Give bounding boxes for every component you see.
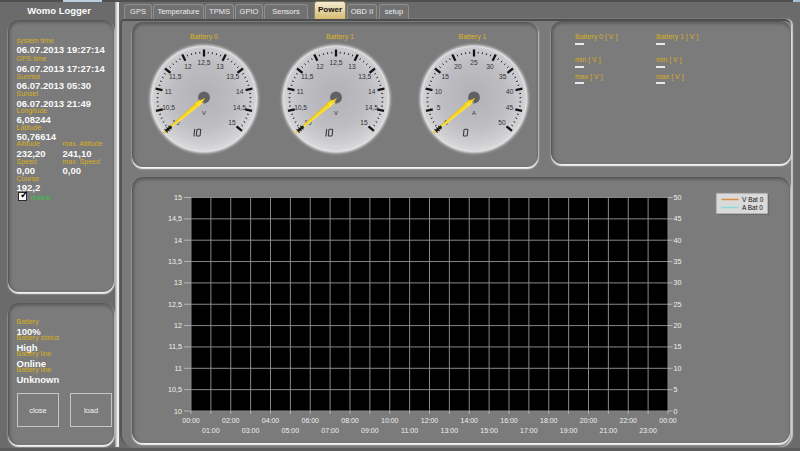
svg-text:02:00: 02:00 [222, 417, 240, 424]
svg-text:50: 50 [674, 193, 682, 202]
svg-text:12,5: 12,5 [198, 59, 211, 66]
svg-text:25: 25 [674, 300, 682, 309]
svg-text:13: 13 [216, 63, 224, 70]
svg-text:14:00: 14:00 [460, 417, 478, 424]
svg-text:05:00: 05:00 [282, 427, 300, 434]
svg-text:15: 15 [174, 193, 182, 202]
svg-text:40: 40 [506, 88, 514, 95]
svg-text:11:00: 11:00 [401, 427, 418, 434]
svg-text:5: 5 [674, 385, 678, 394]
svg-text:11: 11 [165, 88, 172, 95]
svg-text:12,5: 12,5 [330, 59, 343, 66]
svg-text:V: V [334, 110, 338, 116]
svg-text:45: 45 [506, 104, 514, 111]
svg-text:14,5: 14,5 [233, 104, 246, 111]
svg-text:20: 20 [454, 63, 462, 70]
svg-text:12: 12 [316, 63, 324, 70]
svg-text:5: 5 [437, 104, 441, 111]
svg-text:11: 11 [175, 364, 182, 373]
svg-text:10,5: 10,5 [168, 385, 182, 394]
svg-text:14: 14 [236, 88, 244, 95]
svg-text:14: 14 [368, 88, 376, 95]
svg-text:22:00: 22:00 [619, 417, 637, 424]
svg-text:15: 15 [674, 342, 682, 351]
svg-text:35: 35 [499, 73, 507, 80]
svg-text:13: 13 [174, 278, 182, 287]
svg-text:18:00: 18:00 [540, 417, 558, 424]
svg-text:11,5: 11,5 [169, 342, 182, 351]
svg-text:10,5: 10,5 [162, 104, 175, 111]
svg-text:50: 50 [498, 119, 506, 126]
svg-text:14: 14 [174, 236, 182, 245]
svg-text:12,5: 12,5 [168, 300, 182, 309]
svg-text:V Bat 0: V Bat 0 [742, 196, 764, 203]
svg-text:03:00: 03:00 [242, 427, 260, 434]
svg-text:A Bat 0: A Bat 0 [742, 204, 763, 211]
svg-text:15:00: 15:00 [480, 427, 498, 434]
svg-text:13: 13 [348, 63, 356, 70]
svg-text:V: V [202, 110, 206, 116]
svg-text:11,5: 11,5 [169, 73, 182, 80]
svg-text:15: 15 [360, 119, 368, 126]
svg-text:00:00: 00:00 [659, 417, 677, 424]
svg-text:14,5: 14,5 [168, 214, 182, 223]
svg-text:10,5: 10,5 [294, 104, 307, 111]
svg-text:15: 15 [228, 119, 236, 126]
svg-text:13,5: 13,5 [168, 257, 182, 266]
svg-text:10: 10 [174, 407, 182, 416]
svg-text:01:00: 01:00 [202, 427, 220, 434]
svg-text:11: 11 [297, 88, 304, 95]
svg-text:00:00: 00:00 [182, 417, 200, 424]
svg-text:17:00: 17:00 [520, 427, 538, 434]
svg-text:30: 30 [486, 63, 494, 70]
svg-text:13,5: 13,5 [226, 73, 239, 80]
svg-text:13:00: 13:00 [441, 427, 459, 434]
svg-text:30: 30 [674, 278, 682, 287]
svg-text:14,5: 14,5 [365, 104, 378, 111]
svg-text:35: 35 [674, 257, 682, 266]
svg-text:20: 20 [674, 321, 682, 330]
svg-text:04:00: 04:00 [262, 417, 280, 424]
svg-text:A: A [472, 110, 476, 116]
svg-text:23:00: 23:00 [639, 427, 657, 434]
svg-text:16:00: 16:00 [500, 417, 518, 424]
svg-text:06:00: 06:00 [301, 417, 319, 424]
svg-text:07:00: 07:00 [321, 427, 339, 434]
svg-text:10: 10 [435, 88, 443, 95]
svg-text:08:00: 08:00 [341, 417, 359, 424]
svg-text:20:00: 20:00 [580, 417, 598, 424]
svg-text:13,5: 13,5 [358, 73, 371, 80]
svg-text:25: 25 [470, 59, 478, 66]
svg-text:0: 0 [674, 407, 678, 416]
svg-text:45: 45 [674, 214, 682, 223]
svg-text:21:00: 21:00 [600, 427, 618, 434]
svg-text:40: 40 [674, 236, 682, 245]
svg-text:10: 10 [674, 364, 682, 373]
svg-text:12: 12 [184, 63, 192, 70]
svg-text:12:00: 12:00 [421, 417, 439, 424]
svg-text:11,5: 11,5 [301, 73, 314, 80]
svg-text:10:00: 10:00 [381, 417, 399, 424]
svg-text:12: 12 [174, 321, 182, 330]
svg-text:15: 15 [442, 73, 450, 80]
svg-text:19:00: 19:00 [560, 427, 578, 434]
svg-text:09:00: 09:00 [361, 427, 379, 434]
